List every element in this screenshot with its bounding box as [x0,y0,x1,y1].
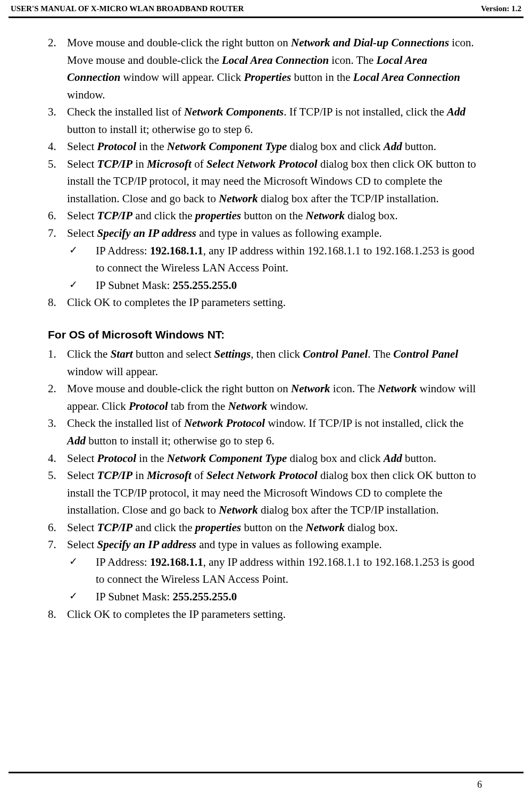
text-run: button to install it; otherwise go to st… [86,434,275,447]
page-header: USER'S MANUAL OF X-MICRO WLAN BROADBAND … [0,0,532,16]
list-number: 7. [48,536,67,554]
text-run: Select [67,521,97,534]
text-run: Protocol [97,140,137,153]
text-run: Check the installed list of [67,105,184,118]
text-run: Network [306,521,345,534]
list-number: 6. [48,519,67,536]
list-text: Click the Start button and select Settin… [67,345,479,380]
text-run: Click OK to completes the IP parameters … [67,608,286,621]
list-text: Select Protocol in the Network Component… [67,138,479,155]
list-item: 7.Select Specify an IP address and type … [48,536,479,554]
text-run: in the [136,140,167,153]
text-run: Network [219,192,258,205]
text-run: in [132,158,147,170]
text-run: in the [136,452,167,465]
list-number: 3. [48,103,67,138]
text-run: and type in values as following example. [196,538,382,551]
text-run: Move mouse and double-click the right bu… [67,382,291,395]
text-run: Network [378,382,417,395]
text-run: button and select [133,348,214,360]
sub-list-item: ✓IP Subnet Mask: 255.255.255.0 [48,277,479,294]
list-text: Move mouse and double-click the right bu… [67,380,479,415]
list-item: 1.Click the Start button and select Sett… [48,345,479,380]
text-run: button on the [241,209,305,222]
text-run: icon. The [329,54,376,67]
text-run: Check the installed list of [67,417,184,430]
text-run: . If TCP/IP is not installed, click the [284,105,447,118]
list-text: Select TCP/IP and click the properties b… [67,519,479,536]
list-number: 8. [48,294,67,311]
text-run: button on the [241,521,305,534]
list-number: 2. [48,380,67,415]
checkmark-icon: ✓ [69,588,96,606]
text-run: IP Address: [96,244,150,257]
text-run: properties [195,521,241,534]
text-run: Network Component Type [167,140,287,153]
list-text: Select Specify an IP address and type in… [67,536,479,554]
list-number: 4. [48,138,67,155]
list-item: 3.Check the installed list of Network Pr… [48,415,479,449]
text-run: window. [67,88,105,101]
list-text: Select Protocol in the Network Component… [67,450,479,467]
text-run: dialog box after the TCP/IP installation… [258,503,439,516]
text-run: Select [67,140,97,153]
text-run: window. If TCP/IP is not installed, clic… [265,417,463,430]
page-number: 6 [477,779,482,790]
sub-text: IP Subnet Mask: 255.255.255.0 [96,277,479,294]
list-text: Check the installed list of Network Comp… [67,103,479,138]
text-run: dialog box after the TCP/IP installation… [258,192,439,205]
text-run: Select [67,469,97,482]
text-run: 192.168.1.1 [150,556,203,568]
sub-list-item: ✓IP Address: 192.168.1.1, any IP address… [48,554,479,588]
text-run: Move mouse and double-click the right bu… [67,36,291,49]
list-item: 6.Select TCP/IP and click the properties… [48,519,479,536]
text-run: Select [67,538,97,551]
checkmark-icon: ✓ [69,277,96,294]
list-item: 4.Select Protocol in the Network Compone… [48,450,479,467]
text-run: Network Component Type [167,452,287,465]
text-run: window. [267,400,308,412]
list-text: Select TCP/IP in Microsoft of Select Net… [67,467,479,519]
text-run: in [132,469,147,482]
sub-text: IP Subnet Mask: 255.255.255.0 [96,588,479,606]
list-number: 4. [48,450,67,467]
text-run: TCP/IP [97,521,133,534]
list-text: Select TCP/IP in Microsoft of Select Net… [67,155,479,208]
text-run: Add [384,140,402,153]
section-title: For OS of Microsoft Windows NT: [48,326,479,344]
nt-ordered-list: 1.Click the Start button and select Sett… [48,345,479,623]
sub-list-item: ✓IP Subnet Mask: 255.255.255.0 [48,588,479,606]
text-run: and click the [132,209,195,222]
text-run: dialog box and click [287,140,383,153]
list-number: 5. [48,155,67,208]
text-run: TCP/IP [97,469,133,482]
list-number: 1. [48,345,67,380]
text-run: dialog box. [345,209,398,222]
text-run: and click the [132,521,195,534]
text-run: Network and Dial-up Connections [291,36,449,49]
text-run: Local Area Connection [222,54,329,67]
list-item: 5.Select TCP/IP in Microsoft of Select N… [48,467,479,519]
text-run: 255.255.255.0 [172,590,237,603]
checkmark-icon: ✓ [69,554,96,588]
text-run: button to install it; otherwise go to st… [67,123,253,136]
text-run: Network Components [184,105,284,118]
text-run: 192.168.1.1 [150,244,203,257]
text-run: Select [67,227,97,240]
text-run: Network [219,503,258,516]
text-run: TCP/IP [97,158,133,170]
text-run: , then click [251,348,303,360]
text-run: button in the [291,71,353,84]
text-run: Specify an IP address [97,227,196,240]
list-item: 7.Select Specify an IP address and type … [48,225,479,242]
text-run: Network [291,382,330,395]
text-run: Click OK to completes the IP parameters … [67,296,286,309]
header-left: USER'S MANUAL OF X-MICRO WLAN BROADBAND … [11,4,244,13]
page-content: 2.Move mouse and double-click the right … [0,18,532,633]
list-number: 6. [48,207,67,225]
text-run: Network [228,400,268,412]
text-run: Select [67,209,97,222]
list-item: 2.Move mouse and double-click the right … [48,34,479,103]
text-run: Add [384,452,402,465]
text-run: window will appear. [67,365,158,378]
